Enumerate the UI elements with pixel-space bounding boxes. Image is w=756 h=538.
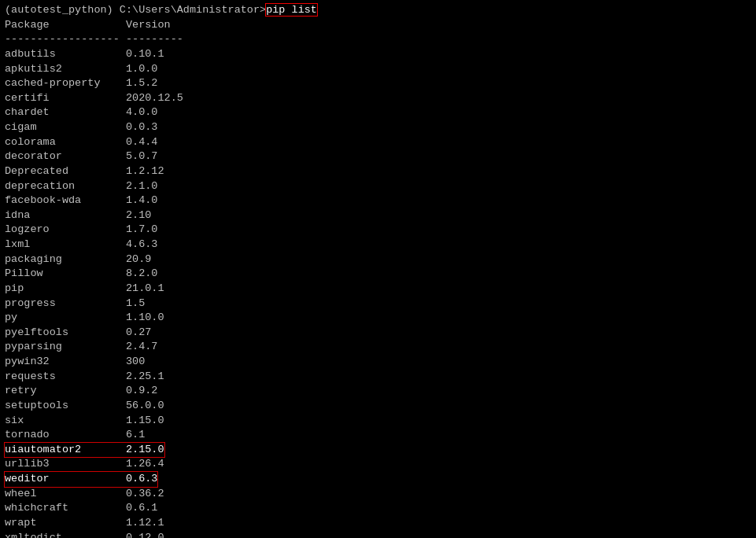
- package-row: deprecation 2.1.0: [5, 179, 751, 194]
- separator-row: ------------------ ---------: [5, 32, 751, 47]
- package-row: adbutils 0.10.1: [5, 47, 751, 62]
- package-row: packaging 20.9: [5, 252, 751, 267]
- package-row: decorator 5.0.7: [5, 149, 751, 164]
- package-row: whichcraft 0.6.1: [5, 501, 751, 516]
- package-row: six 1.15.0: [5, 414, 751, 429]
- package-row: urllib3 1.26.4: [5, 457, 751, 472]
- package-row: lxml 4.6.3: [5, 238, 751, 252]
- package-row: certifi 2020.12.5: [5, 91, 751, 106]
- package-row: Deprecated 1.2.12: [5, 164, 751, 179]
- package-row: logzero 1.7.0: [5, 223, 751, 238]
- package-row: idna 2.10: [5, 208, 751, 223]
- package-row: uiautomator2 2.15.0: [5, 443, 751, 458]
- package-row: py 1.10.0: [5, 311, 751, 326]
- command: pip list: [266, 4, 317, 16]
- package-row: requests 2.25.1: [5, 370, 751, 385]
- package-row: weditor 0.6.3: [5, 472, 751, 487]
- package-row: pyparsing 2.4.7: [5, 340, 751, 355]
- first-prompt-line: (autotest_python) C:\Users\Administrator…: [5, 3, 751, 18]
- package-row: wrapt 1.12.1: [5, 516, 751, 531]
- package-row: apkutils2 1.0.0: [5, 62, 751, 77]
- package-row: progress 1.5: [5, 297, 751, 311]
- package-row: xmltodict 0.12.0: [5, 531, 751, 539]
- package-row: retry 0.9.2: [5, 384, 751, 399]
- package-row: Pillow 8.2.0: [5, 267, 751, 282]
- package-row: chardet 4.0.0: [5, 105, 751, 120]
- prompt: (autotest_python) C:\Users\Administrator…: [5, 4, 266, 16]
- package-row: colorama 0.4.4: [5, 135, 751, 150]
- package-row: pyelftools 0.27: [5, 326, 751, 341]
- package-row: cached-property 1.5.2: [5, 76, 751, 91]
- package-row: pywin32 300: [5, 355, 751, 370]
- package-row: tornado 6.1: [5, 428, 751, 443]
- package-row: cigam 0.0.3: [5, 120, 751, 135]
- terminal-window: (autotest_python) C:\Users\Administrator…: [0, 0, 756, 538]
- package-list: adbutils 0.10.1apkutils2 1.0.0cached-pro…: [5, 47, 751, 538]
- package-row: wheel 0.36.2: [5, 487, 751, 502]
- package-row: facebook-wda 1.4.0: [5, 193, 751, 208]
- package-row: setuptools 56.0.0: [5, 399, 751, 414]
- header-row: Package Version: [5, 18, 751, 33]
- package-row: pip 21.0.1: [5, 282, 751, 297]
